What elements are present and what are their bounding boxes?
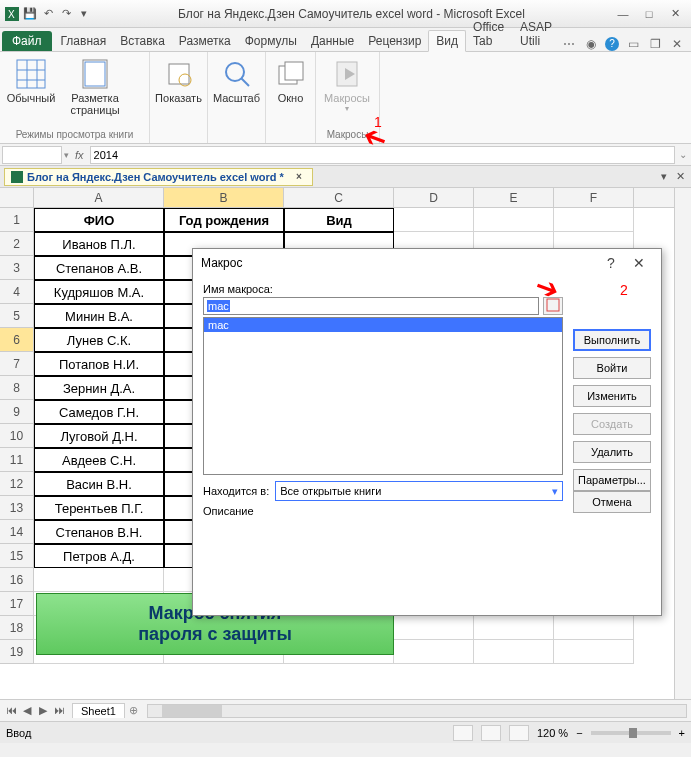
cell-A9[interactable]: Самедов Г.Н. xyxy=(34,400,164,424)
run-button[interactable]: Выполнить xyxy=(573,329,651,351)
sheet-tab-active[interactable]: Sheet1 xyxy=(72,703,125,718)
ribbon-minimize-icon[interactable]: ▭ xyxy=(625,37,641,51)
ribbon-close-icon[interactable]: ✕ xyxy=(669,37,685,51)
options-button[interactable]: Параметры... xyxy=(573,469,651,491)
step-button[interactable]: Войти xyxy=(573,357,651,379)
cell-A11[interactable]: Авдеев С.Н. xyxy=(34,448,164,472)
cell-F1[interactable] xyxy=(554,208,634,232)
save-icon[interactable]: 💾 xyxy=(22,6,38,22)
row-header-5[interactable]: 5 xyxy=(0,304,34,328)
cell-F19[interactable] xyxy=(554,640,634,664)
row-header-2[interactable]: 2 xyxy=(0,232,34,256)
col-header-E[interactable]: E xyxy=(474,188,554,207)
row-header-3[interactable]: 3 xyxy=(0,256,34,280)
cell-F18[interactable] xyxy=(554,616,634,640)
cell-E18[interactable] xyxy=(474,616,554,640)
row-header-13[interactable]: 13 xyxy=(0,496,34,520)
cell-D19[interactable] xyxy=(394,640,474,664)
close-icon[interactable]: ✕ xyxy=(663,6,687,22)
row-header-19[interactable]: 19 xyxy=(0,640,34,664)
sheet-add-icon[interactable]: ⊕ xyxy=(125,704,143,717)
row-header-7[interactable]: 7 xyxy=(0,352,34,376)
row-header-11[interactable]: 11 xyxy=(0,448,34,472)
cell-E19[interactable] xyxy=(474,640,554,664)
macro-list-item[interactable]: mac xyxy=(204,318,562,332)
normal-view-button[interactable]: Обычный xyxy=(4,54,58,128)
macros-button[interactable]: Макросы ▾ xyxy=(320,54,374,128)
cell-E1[interactable] xyxy=(474,208,554,232)
cell-A5[interactable]: Минин В.А. xyxy=(34,304,164,328)
row-header-12[interactable]: 12 xyxy=(0,472,34,496)
row-header-17[interactable]: 17 xyxy=(0,592,34,616)
sheet-nav-last-icon[interactable]: ⏭ xyxy=(52,704,66,717)
cell-A2[interactable]: Иванов П.Л. xyxy=(34,232,164,256)
doc-dropdown-icon[interactable]: ▾ xyxy=(657,170,671,184)
fx-label[interactable]: fx xyxy=(69,149,90,161)
cell-A16[interactable] xyxy=(34,568,164,592)
cell-A12[interactable]: Васин В.Н. xyxy=(34,472,164,496)
cell-A4[interactable]: Кудряшов М.А. xyxy=(34,280,164,304)
ribbon-menu-icon[interactable]: ⋯ xyxy=(561,37,577,51)
zoom-in-icon[interactable]: + xyxy=(679,727,685,739)
dialog-close-icon[interactable]: ✕ xyxy=(625,255,653,271)
help-icon[interactable]: ? xyxy=(605,37,619,51)
file-tab[interactable]: Файл xyxy=(2,31,52,51)
cell-B1[interactable]: Год рождения xyxy=(164,208,284,232)
macro-list[interactable]: mac xyxy=(203,317,563,475)
cell-A6[interactable]: Лунев С.К. xyxy=(34,328,164,352)
page-layout-button[interactable]: Разметка страницы xyxy=(60,54,130,128)
cell-A14[interactable]: Степанов В.Н. xyxy=(34,520,164,544)
col-header-F[interactable]: F xyxy=(554,188,634,207)
minimize-icon[interactable]: — xyxy=(611,6,635,22)
tab-data[interactable]: Данные xyxy=(304,31,361,51)
zoom-button[interactable]: Масштаб xyxy=(212,54,261,139)
tab-view[interactable]: Вид xyxy=(428,30,466,52)
cell-D18[interactable] xyxy=(394,616,474,640)
row-header-4[interactable]: 4 xyxy=(0,280,34,304)
edit-button[interactable]: Изменить xyxy=(573,385,651,407)
col-header-D[interactable]: D xyxy=(394,188,474,207)
ribbon-options-icon[interactable]: ◉ xyxy=(583,37,599,51)
cell-A13[interactable]: Терентьев П.Г. xyxy=(34,496,164,520)
formula-input[interactable]: 2014 xyxy=(90,146,675,164)
tab-asap[interactable]: ASAP Utili xyxy=(513,17,561,51)
tab-formulas[interactable]: Формулы xyxy=(238,31,304,51)
cancel-button[interactable]: Отмена xyxy=(573,491,651,513)
tab-insert[interactable]: Вставка xyxy=(113,31,172,51)
delete-button[interactable]: Удалить xyxy=(573,441,651,463)
doc-close-icon[interactable]: ✕ xyxy=(673,170,687,184)
name-box[interactable] xyxy=(2,146,62,164)
row-header-6[interactable]: 6 xyxy=(0,328,34,352)
cell-C1[interactable]: Вид xyxy=(284,208,394,232)
tab-office[interactable]: Office Tab xyxy=(466,17,513,51)
row-header-16[interactable]: 16 xyxy=(0,568,34,592)
sheet-nav-next-icon[interactable]: ▶ xyxy=(36,704,50,717)
undo-icon[interactable]: ↶ xyxy=(40,6,56,22)
document-tab[interactable]: Блог на Яндекс.Дзен Самоучитель excel wo… xyxy=(4,168,313,186)
cell-A8[interactable]: Зернин Д.А. xyxy=(34,376,164,400)
select-all-corner[interactable] xyxy=(0,188,34,207)
col-header-A[interactable]: A xyxy=(34,188,164,207)
row-header-1[interactable]: 1 xyxy=(0,208,34,232)
cell-A10[interactable]: Луговой Д.Н. xyxy=(34,424,164,448)
col-header-C[interactable]: C xyxy=(284,188,394,207)
zoom-slider[interactable] xyxy=(591,731,671,735)
formula-expand-icon[interactable]: ⌄ xyxy=(675,149,691,160)
tab-home[interactable]: Главная xyxy=(54,31,114,51)
redo-icon[interactable]: ↷ xyxy=(58,6,74,22)
view-break-icon[interactable] xyxy=(509,725,529,741)
vertical-scrollbar[interactable] xyxy=(674,188,691,699)
sheet-nav-first-icon[interactable]: ⏮ xyxy=(4,704,18,717)
horizontal-scrollbar[interactable] xyxy=(147,704,687,718)
view-page-icon[interactable] xyxy=(481,725,501,741)
dialog-titlebar[interactable]: Макрос ? ✕ xyxy=(193,249,661,277)
cell-A7[interactable]: Потапов Н.И. xyxy=(34,352,164,376)
cell-A15[interactable]: Петров А.Д. xyxy=(34,544,164,568)
row-header-10[interactable]: 10 xyxy=(0,424,34,448)
cell-A1[interactable]: ФИО xyxy=(34,208,164,232)
show-button[interactable]: Показать xyxy=(154,54,203,139)
zoom-out-icon[interactable]: − xyxy=(576,727,582,739)
row-header-18[interactable]: 18 xyxy=(0,616,34,640)
maximize-icon[interactable]: □ xyxy=(637,6,661,22)
document-tab-close-icon[interactable]: × xyxy=(292,170,306,184)
